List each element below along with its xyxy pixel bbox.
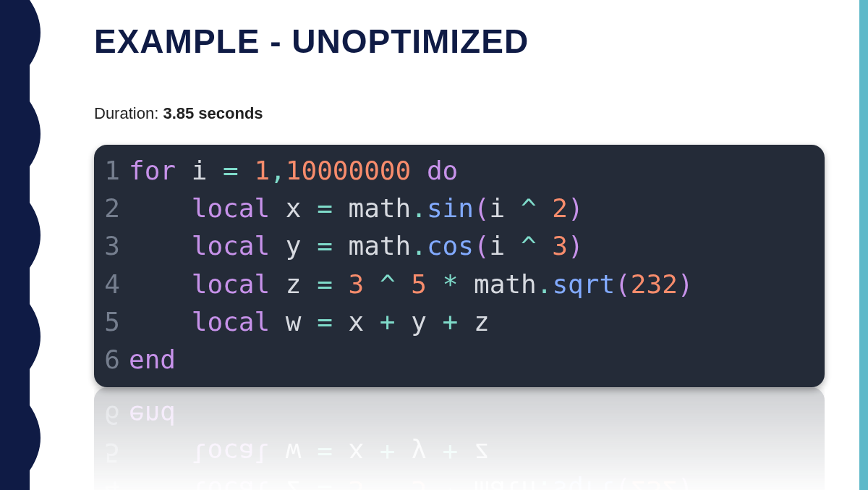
code-text: local x = math.sin(i ^ 2) [129,190,584,227]
duration-value: 3.85 seconds [163,104,263,122]
code-text: local w = x + y + z [129,303,490,341]
line-number: 6 [101,396,129,434]
code-text: local z = 3 ^ 5 * math.sqrt(232) [129,472,694,491]
code-text: local y = math.cos(i ^ 3) [129,227,584,265]
line-number: 2 [101,190,129,227]
code-line: 4 local z = 3 ^ 5 * math.sqrt(232) [101,472,810,491]
code-line: 6end [101,396,810,434]
code-line: 4 local z = 3 ^ 5 * math.sqrt(232) [101,266,810,303]
right-accent-bar [859,0,868,490]
code-text: end [129,341,176,379]
line-number: 1 [101,152,129,190]
code-container: 1for i = 1,10000000 do2 local x = math.s… [94,145,825,387]
code-line: 5 local w = x + y + z [101,434,810,471]
line-number: 3 [101,227,129,265]
code-text: local z = 3 ^ 5 * math.sqrt(232) [129,266,694,303]
code-text: end [129,396,176,434]
duration-text: Duration: 3.85 seconds [94,104,830,123]
code-line: 3 local y = math.cos(i ^ 3) [101,227,810,265]
code-line: 1for i = 1,10000000 do [101,152,810,190]
code-line: 6end [101,341,810,379]
code-reflection: 1for i = 1,10000000 do2 local x = math.s… [94,387,825,490]
code-line: 2 local x = math.sin(i ^ 2) [101,190,810,227]
code-text: for i = 1,10000000 do [129,152,458,190]
left-wave-decoration [0,0,58,490]
code-text: local w = x + y + z [129,434,490,471]
line-number: 6 [101,341,129,379]
slide-content: EXAMPLE - UNOPTIMIZED Duration: 3.85 sec… [58,0,859,490]
code-block: 1for i = 1,10000000 do2 local x = math.s… [94,145,825,387]
line-number: 5 [101,303,129,341]
code-line: 5 local w = x + y + z [101,303,810,341]
slide-title: EXAMPLE - UNOPTIMIZED [94,22,830,61]
line-number: 4 [101,266,129,303]
duration-label: Duration: [94,104,163,122]
line-number: 4 [101,472,129,491]
line-number: 5 [101,434,129,471]
